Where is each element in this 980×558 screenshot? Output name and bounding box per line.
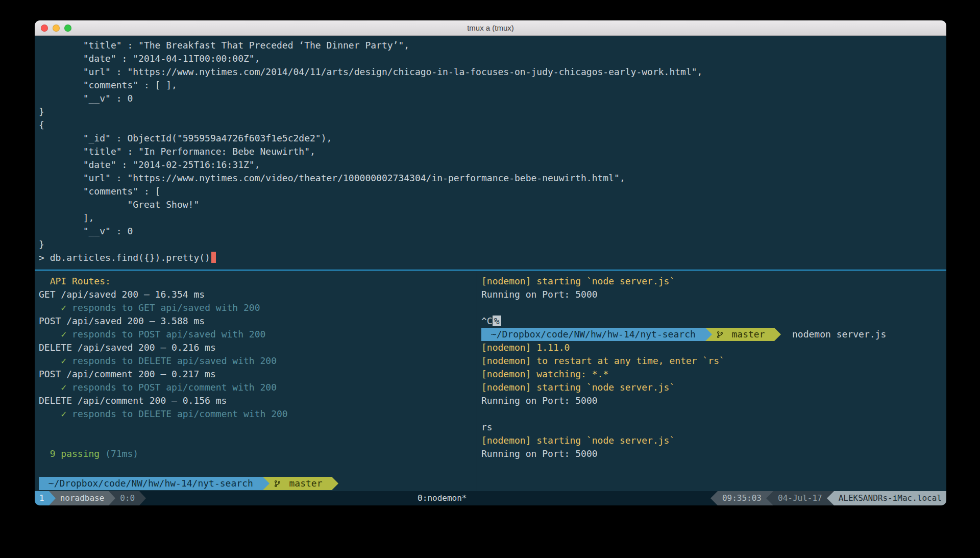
terminal-line: "comments" : [ — [39, 185, 942, 198]
terminal-line: Running on Port: 5000 — [481, 394, 942, 407]
text-segment: DELETE /api/saved 200 – 0.216 ms — [39, 342, 216, 353]
traffic-lights — [41, 25, 71, 32]
bottom-panes: API Routes:GET /api/saved 200 – 16.354 m… — [35, 271, 946, 491]
text-segment: "title" : "The Breakfast That Preceded ‘… — [39, 40, 409, 51]
terminal-line: 9 passing (71ms) — [39, 447, 473, 460]
text-segment: [nodemon] watching: *.* — [481, 369, 608, 379]
text-segment — [39, 355, 61, 366]
mocha-test-pane[interactable]: API Routes:GET /api/saved 200 – 16.354 m… — [35, 271, 477, 491]
git-branch-segment: master — [712, 328, 775, 341]
terminal-line — [481, 407, 942, 421]
text-segment: } — [39, 106, 44, 117]
text-segment: "Great Show!" — [39, 199, 199, 210]
text-segment: POST /api/comment 200 – 0.217 ms — [39, 369, 216, 379]
terminal-cursor — [211, 252, 216, 263]
powerline-separator — [139, 491, 146, 505]
terminal-line: POST /api/comment 200 – 0.217 ms — [39, 368, 473, 381]
terminal-line: ✓ responds to POST api/saved with 200 — [39, 328, 473, 341]
text-segment: [nodemon] starting `node server.js` — [481, 276, 675, 286]
terminal-line: [nodemon] starting `node server.js` — [481, 381, 942, 394]
terminal-line: ✓ responds to DELETE api/comment with 20… — [39, 407, 473, 421]
terminal-line: ~/Dropbox/code/NW/hw/hw-14/nyt-search ma… — [481, 328, 942, 341]
powerline-separator — [109, 491, 115, 505]
text-segment — [39, 382, 61, 393]
clock-segment: 09:35:03 — [718, 491, 766, 505]
powerline-separator — [774, 328, 781, 341]
text-segment: "title" : "In Performance: Bebe Neuwirth… — [39, 146, 315, 157]
text-segment: } — [39, 239, 44, 250]
text-segment — [39, 329, 61, 339]
text-segment: (71ms) — [100, 448, 138, 459]
text-segment: ✓ — [61, 408, 66, 419]
window-titlebar[interactable]: tmux a (tmux) — [35, 20, 946, 36]
terminal-line: POST /api/saved 200 – 3.588 ms — [39, 314, 473, 328]
text-segment: ✓ — [61, 329, 66, 339]
terminal-line: Running on Port: 5000 — [481, 288, 942, 301]
terminal-line: ✓ responds to GET api/saved with 200 — [39, 301, 473, 314]
terminal-line: "url" : "https://www.nytimes.com/2014/04… — [39, 65, 942, 79]
text-segment: responds to DELETE api/comment with 200 — [66, 408, 287, 419]
text-segment: [nodemon] starting `node server.js` — [481, 435, 675, 446]
close-button[interactable] — [41, 25, 48, 32]
terminal-line: [nodemon] 1.11.0 — [481, 341, 942, 354]
text-segment — [39, 302, 61, 313]
text-segment: "_id" : ObjectId("595959a4726f603f1e5c2d… — [39, 133, 332, 143]
terminal-line: ], — [39, 211, 942, 225]
terminal-line: "comments" : [ ], — [39, 79, 942, 92]
minimize-button[interactable] — [53, 25, 60, 32]
text-segment: API Routes: — [39, 276, 111, 286]
terminal-line — [39, 460, 473, 474]
terminal-line: API Routes: — [39, 275, 473, 288]
text-segment: "__v" : 0 — [39, 226, 133, 236]
terminal-line: "title" : "In Performance: Bebe Neuwirth… — [39, 145, 942, 158]
terminal-window: tmux a (tmux) "title" : "The Breakfast T… — [35, 20, 946, 505]
powerline-separator — [766, 491, 773, 505]
text-segment: "comments" : [ — [39, 186, 160, 197]
terminal-line: DELETE /api/comment 200 – 0.156 ms — [39, 394, 473, 407]
text-segment: 9 passing — [39, 448, 100, 459]
powerline-separator — [263, 477, 270, 490]
terminal-line: } — [39, 105, 942, 118]
terminal-line — [481, 301, 942, 314]
text-segment: % — [493, 316, 501, 326]
zoom-button[interactable] — [64, 25, 71, 32]
text-segment: "comments" : [ ], — [39, 80, 177, 90]
terminal-line: "date" : "2014-02-25T16:16:31Z", — [39, 158, 942, 172]
text-segment: { — [39, 119, 44, 130]
terminal-line: { — [39, 118, 942, 132]
text-segment: GET /api/saved 200 – 16.354 ms — [39, 289, 205, 300]
git-branch-icon — [716, 331, 724, 338]
text-segment: responds to POST api/saved with 200 — [66, 329, 265, 339]
terminal-line: [nodemon] starting `node server.js` — [481, 275, 942, 288]
terminal-line: ✓ responds to POST api/comment with 200 — [39, 381, 473, 394]
session-name-segment: noradbase — [56, 491, 109, 505]
terminal-line: "__v" : 0 — [39, 225, 942, 238]
terminal-line: "__v" : 0 — [39, 92, 942, 105]
tmux-terminal: "title" : "The Breakfast That Preceded ‘… — [35, 36, 946, 505]
prompt-path-segment: ~/Dropbox/code/NW/hw/hw-14/nyt-search — [39, 477, 263, 490]
terminal-line: [nodemon] to restart at any time, enter … — [481, 354, 942, 368]
text-segment: "url" : "https://www.nytimes.com/2014/04… — [39, 66, 702, 77]
text-segment: > db.articles.find({}).pretty() — [39, 252, 210, 263]
text-segment: ✓ — [61, 355, 66, 366]
text-segment: POST /api/saved 200 – 3.588 ms — [39, 316, 205, 326]
hostname-segment: ALEKSANDRs-iMac.local — [834, 491, 946, 505]
text-segment — [39, 408, 61, 419]
powerline-separator — [710, 491, 718, 505]
date-segment: 04-Jul-17 — [773, 491, 827, 505]
git-branch-segment: master — [270, 477, 332, 490]
terminal-line: ^C% — [481, 314, 942, 328]
powerline-separator — [49, 491, 56, 505]
terminal-line: > db.articles.find({}).pretty() — [39, 251, 942, 264]
text-segment: Running on Port: 5000 — [481, 448, 598, 459]
status-window-item[interactable]: 0:nodemon* — [418, 491, 467, 505]
terminal-line: DELETE /api/saved 200 – 0.216 ms — [39, 341, 473, 354]
text-segment: responds to GET api/saved with 200 — [66, 302, 260, 313]
terminal-line — [39, 434, 473, 447]
text-segment: [nodemon] starting `node server.js` — [481, 382, 675, 393]
text-segment: "url" : "https://www.nytimes.com/video/t… — [39, 173, 625, 183]
mongo-shell-pane[interactable]: "title" : "The Breakfast That Preceded ‘… — [35, 36, 946, 270]
text-segment: Running on Port: 5000 — [481, 289, 598, 300]
powerline-separator — [705, 328, 712, 341]
nodemon-pane[interactable]: [nodemon] starting `node server.js`Runni… — [477, 271, 946, 491]
